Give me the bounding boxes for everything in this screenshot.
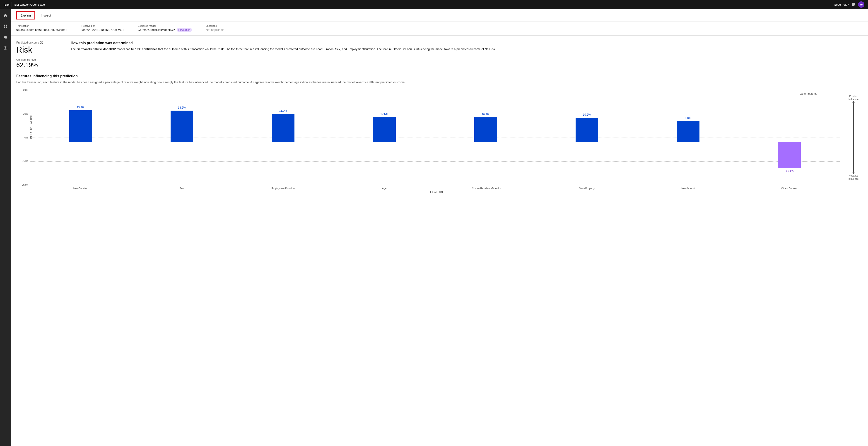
predicted-outcome-label: Predicted outcome i xyxy=(16,41,62,44)
x-axis-label: LoanDuration xyxy=(67,187,94,190)
help-label[interactable]: Need help? xyxy=(834,3,849,6)
info-bar: Transaction 080fa71e4efb49a6820e314b7df3… xyxy=(11,22,868,36)
prediction-left: Predicted outcome i Risk Confidence leve… xyxy=(16,41,62,69)
confidence-bold: 62.19% confidence xyxy=(131,48,157,51)
tab-inspect[interactable]: Inspect xyxy=(37,11,55,20)
arrow-down-head xyxy=(852,172,855,174)
topbar-divider xyxy=(11,2,12,7)
influence-axis: PositiveInfluence NegativeInfluence xyxy=(844,90,863,185)
main-content: Explain Inspect Transaction 080fa71e4efb… xyxy=(11,9,868,446)
topbar-left: IBM IBM Watson OpenScale xyxy=(4,2,45,7)
bar-group: 13.2% xyxy=(168,94,195,185)
confidence-value: 62.19% xyxy=(16,61,62,69)
bar-positive xyxy=(373,117,396,142)
tab-explain[interactable]: Explain xyxy=(16,11,35,20)
language-field: Language Not applicable xyxy=(206,25,224,31)
predicted-outcome-value: Risk xyxy=(16,45,62,55)
sidebar-icon-settings[interactable] xyxy=(2,33,9,41)
bar-positive xyxy=(170,111,193,142)
grid-label: -10% xyxy=(18,160,28,163)
chart-container: RELATIVE WEIGHT Other features 20%10%0%-… xyxy=(16,90,844,194)
bar-group: 11.9% xyxy=(270,94,297,185)
grid-label: 10% xyxy=(18,112,28,115)
avatar: SD xyxy=(858,1,864,8)
x-axis: LoanDurationSexEmploymentDurationAgeCurr… xyxy=(30,187,840,190)
bar-positive xyxy=(69,110,92,142)
bar-value-label: 8.8% xyxy=(677,117,700,120)
features-title: Features influencing this prediction xyxy=(16,74,863,78)
negative-influence-label: NegativeInfluence xyxy=(848,174,859,181)
bar-group: -11.1% xyxy=(776,94,803,185)
determination-text: The GermanCreditRiskModelICP model has 6… xyxy=(71,47,863,52)
svg-rect-0 xyxy=(4,25,5,26)
deployed-model-label: Deployed model xyxy=(138,25,192,27)
topbar: IBM IBM Watson OpenScale Need help? SD xyxy=(0,0,868,9)
bar-positive xyxy=(272,114,294,142)
x-axis-label: OwnsProperty xyxy=(573,187,600,190)
x-axis-title: FEATURE xyxy=(30,190,844,194)
layout: ? Explain Inspect Transaction 080fa71e4e… xyxy=(0,9,868,446)
prediction-section: Predicted outcome i Risk Confidence leve… xyxy=(16,41,863,69)
transaction-value: 080fa71e4efb49a6820e314b7df3d8fc-1 xyxy=(16,28,68,31)
x-axis-label: OthersOnLoan xyxy=(776,187,803,190)
grid-line xyxy=(30,185,840,185)
x-axis-label: LoanAmount xyxy=(675,187,702,190)
ibm-logo: IBM xyxy=(4,3,10,6)
production-badge: Production xyxy=(177,28,192,32)
arrow-up-head xyxy=(852,101,855,103)
grid-label: -20% xyxy=(18,184,28,186)
transaction-field: Transaction 080fa71e4efb49a6820e314b7df3… xyxy=(16,25,68,31)
deployed-model-field: Deployed model GermanCreditRiskModelICPP… xyxy=(138,25,192,32)
svg-rect-1 xyxy=(6,25,7,26)
bar-group: 10.2% xyxy=(573,94,600,185)
positive-influence-label: PositiveInfluence xyxy=(848,94,859,101)
x-axis-label: Age xyxy=(371,187,398,190)
svg-text:i: i xyxy=(41,42,42,44)
x-axis-label: CurrentResidenceDuration xyxy=(472,187,499,190)
svg-rect-3 xyxy=(6,27,7,28)
deployed-model-value: GermanCreditRiskModelICPProduction xyxy=(138,28,192,32)
chat-icon[interactable] xyxy=(852,3,855,6)
transaction-label: Transaction xyxy=(16,25,68,27)
language-value: Not applicable xyxy=(206,28,224,31)
model-name-bold: GermanCreditRiskModelICP xyxy=(76,48,116,51)
outcome-bold: Risk xyxy=(217,48,223,51)
app-title: IBM Watson OpenScale xyxy=(13,3,45,6)
language-label: Language xyxy=(206,25,224,27)
bar-value-label: 10.3% xyxy=(474,113,497,116)
bar-positive xyxy=(677,121,700,142)
sidebar: ? xyxy=(0,9,11,446)
bar-positive xyxy=(474,117,497,142)
bar-group: 10.5% xyxy=(371,94,398,185)
bar-group: 13.3% xyxy=(67,94,94,185)
info-icon: i xyxy=(40,41,43,44)
prediction-right: How this prediction was determined The G… xyxy=(71,41,863,69)
grid-label: 20% xyxy=(18,89,28,91)
bar-value-label: 10.5% xyxy=(373,112,396,116)
sidebar-icon-grid[interactable] xyxy=(2,23,9,30)
x-axis-label: Sex xyxy=(168,187,195,190)
bar-positive xyxy=(576,118,598,142)
bar-group: 10.3% xyxy=(472,94,499,185)
bar-value-label: 13.3% xyxy=(69,106,92,109)
content-area: Predicted outcome i Risk Confidence leve… xyxy=(11,36,868,199)
grid-label: 0% xyxy=(18,136,28,139)
influence-arrow-line xyxy=(853,103,854,172)
svg-text:?: ? xyxy=(5,47,6,50)
features-desc: For this transaction, each feature in th… xyxy=(16,80,863,85)
bar-value-label: 11.9% xyxy=(272,109,294,112)
chart-area: RELATIVE WEIGHT Other features 20%10%0%-… xyxy=(30,90,840,185)
x-axis-label: EmploymentDuration xyxy=(270,187,297,190)
received-on-value: Mar 04, 2021, 10:45:07 AM MST xyxy=(82,28,124,31)
chart-wrapper: RELATIVE WEIGHT Other features 20%10%0%-… xyxy=(16,90,863,194)
bar-value-label: 13.2% xyxy=(170,106,193,109)
received-on-label: Received on xyxy=(82,25,124,27)
svg-rect-2 xyxy=(4,27,5,28)
sidebar-icon-help[interactable]: ? xyxy=(2,44,9,52)
confidence-label: Confidence level xyxy=(16,58,62,61)
features-section: Features influencing this prediction For… xyxy=(16,74,863,194)
bars-container: 13.3%13.2%11.9%10.5%10.3%10.2%8.8%-11.1% xyxy=(30,90,840,185)
received-on-field: Received on Mar 04, 2021, 10:45:07 AM MS… xyxy=(82,25,124,31)
topbar-right: Need help? SD xyxy=(834,1,865,8)
sidebar-icon-home[interactable] xyxy=(2,12,9,19)
